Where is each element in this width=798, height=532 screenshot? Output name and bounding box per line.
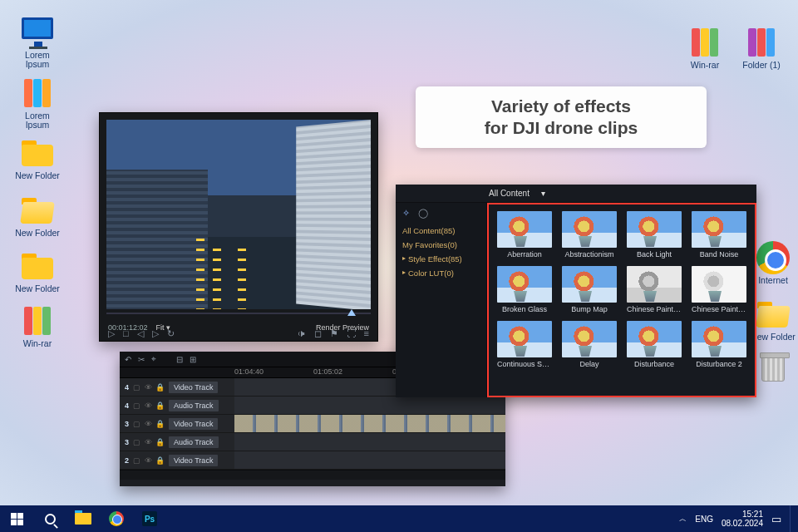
search-button[interactable] [33, 505, 66, 532]
effect-label: Bump Map [562, 305, 617, 313]
effect-label: Abstractionism [562, 250, 617, 259]
effects-sidebar: ✧ ◯ All Content (85)My Favorites (0)Styl… [396, 203, 487, 397]
effect-thumbnail[interactable]: Band Noise [692, 211, 746, 259]
content-filter-dropdown[interactable]: All Content▾ [489, 189, 545, 198]
tray-overflow-button[interactable]: ︿ [679, 514, 687, 525]
settings-icon[interactable]: ≡ [364, 328, 369, 339]
effect-thumbnail[interactable]: Disturbance 2 [692, 321, 746, 368]
visibility-icon[interactable]: 👁 [144, 401, 152, 410]
fullscreen-icon[interactable]: ⛶ [347, 328, 356, 339]
loop-icon[interactable]: ↻ [167, 328, 175, 339]
mute-icon[interactable]: ▢ [132, 401, 140, 410]
effect-thumbnail[interactable]: Chinese Painting [627, 266, 682, 313]
zoom-out-icon[interactable]: ⊟ [176, 355, 183, 364]
snapshot-icon[interactable]: ◻ [314, 328, 322, 339]
track-index: 2 [125, 456, 129, 465]
balloon-thumbnail-icon [562, 321, 617, 357]
icon-label: Lorem Ipsum [12, 51, 62, 69]
lock-icon[interactable]: 🔒 [155, 401, 164, 410]
timeline-track[interactable]: 2▢👁🔒Video Track [120, 451, 505, 470]
visibility-icon[interactable]: 👁 [144, 438, 152, 446]
start-button[interactable] [0, 505, 33, 532]
effects-grid-highlight: AberrationAbstractionismBack LightBand N… [487, 203, 756, 397]
effect-label: Broken Glass [497, 305, 552, 313]
mute-icon[interactable]: ▢ [132, 383, 140, 392]
magnet-icon[interactable]: ⌖ [151, 354, 156, 364]
desktop-icon-folder[interactable]: New Folder [12, 249, 62, 293]
visibility-icon[interactable]: 👁 [144, 383, 152, 392]
icon-label: Folder (1) [736, 61, 786, 70]
marker-icon[interactable]: ⚑ [330, 328, 338, 339]
track-index: 3 [125, 420, 129, 428]
wand-icon[interactable]: ✧ [402, 208, 410, 219]
desktop-icon-binders[interactable]: Lorem Ipsum [12, 76, 62, 130]
notifications-icon[interactable]: ▭ [771, 513, 781, 525]
effect-thumbnail[interactable]: Back Light [627, 211, 682, 259]
icon-label: New Folder [12, 229, 62, 238]
undo-icon[interactable]: ↶ [125, 355, 131, 364]
track-lane[interactable] [234, 397, 505, 414]
desktop-icon-folder-open[interactable]: New Folder [12, 194, 62, 238]
chevron-down-icon: ▾ [541, 189, 545, 198]
effect-thumbnail[interactable]: Delay [562, 321, 617, 368]
effect-thumbnail[interactable]: Abstractionism [562, 211, 617, 259]
stop-icon[interactable]: □ [123, 328, 129, 339]
effect-label: Disturbance 2 [692, 360, 746, 368]
mute-icon[interactable]: ▢ [132, 420, 140, 428]
taskbar-chrome[interactable] [100, 505, 133, 532]
icon-label: Win-rar [680, 61, 730, 70]
effects-category[interactable]: Style Effect (85) [396, 252, 486, 266]
prev-frame-icon[interactable]: ◁ [137, 328, 144, 339]
desktop-icon-folder[interactable]: Folder (1) [736, 26, 786, 70]
balloon-thumbnail-icon [562, 266, 617, 303]
desktop-icon-computer[interactable]: Lorem Ipsum [12, 16, 62, 69]
track-index: 3 [125, 438, 129, 446]
lock-icon[interactable]: 🔒 [155, 456, 164, 465]
clock[interactable]: 15:21 08.02.2024 [722, 510, 763, 528]
effect-thumbnail[interactable]: Broken Glass [497, 266, 552, 313]
taskbar-photoshop[interactable]: Ps [133, 505, 166, 532]
show-desktop-button[interactable] [790, 505, 795, 532]
effects-category[interactable]: Color LUT (0) [396, 266, 486, 280]
track-lane[interactable] [234, 451, 505, 469]
palette-icon[interactable]: ◯ [418, 208, 428, 219]
track-lane[interactable] [234, 415, 505, 432]
timeline-track[interactable]: 4▢👁🔒Audio Track [120, 397, 505, 415]
effect-thumbnail[interactable]: Disturbance [627, 321, 682, 368]
lock-icon[interactable]: 🔒 [155, 438, 164, 446]
track-lane[interactable] [234, 433, 505, 451]
effects-category[interactable]: All Content (85) [396, 224, 486, 238]
desktop-icon-folder[interactable]: New Folder [12, 136, 62, 180]
folder-icon [18, 136, 57, 170]
desktop-icon-winrar[interactable]: Win-rar [680, 26, 730, 70]
next-frame-icon[interactable]: ▷ [152, 328, 159, 339]
caption-line-2: for DJI drone clips [485, 117, 638, 139]
preview-viewport[interactable] [106, 120, 371, 309]
taskbar-explorer[interactable] [66, 505, 100, 532]
effect-label: Continuous Shoot... [497, 360, 552, 368]
desktop-icon-winrar[interactable]: Win-rar [12, 304, 62, 348]
visibility-icon[interactable]: 👁 [144, 420, 152, 428]
monitor-icon [18, 16, 57, 49]
mute-icon[interactable]: ▢ [132, 438, 140, 446]
timeline-track[interactable]: 3▢👁🔒Audio Track [120, 433, 505, 451]
effect-thumbnail[interactable]: Aberration [497, 211, 552, 259]
search-icon [45, 514, 56, 525]
effect-thumbnail[interactable]: Continuous Shoot... [497, 321, 552, 368]
language-indicator[interactable]: ENG [695, 515, 713, 524]
timeline-scrollbar[interactable] [120, 470, 505, 480]
play-icon[interactable]: ▷ [108, 328, 115, 339]
date: 08.02.2024 [722, 519, 763, 528]
lock-icon[interactable]: 🔒 [155, 383, 164, 392]
cut-icon[interactable]: ✂ [138, 355, 145, 364]
lock-icon[interactable]: 🔒 [155, 420, 164, 428]
visibility-icon[interactable]: 👁 [144, 456, 152, 465]
volume-icon[interactable]: 🕩 [297, 328, 306, 339]
effect-thumbnail[interactable]: Chinese Painting [692, 266, 746, 313]
effect-thumbnail[interactable]: Bump Map [562, 266, 617, 313]
effects-category[interactable]: My Favorites (0) [396, 238, 486, 252]
zoom-in-icon[interactable]: ⊞ [190, 355, 196, 364]
timeline-track[interactable]: 3▢👁🔒Video Track [120, 415, 505, 433]
folder-icon [18, 249, 57, 283]
mute-icon[interactable]: ▢ [132, 456, 140, 465]
